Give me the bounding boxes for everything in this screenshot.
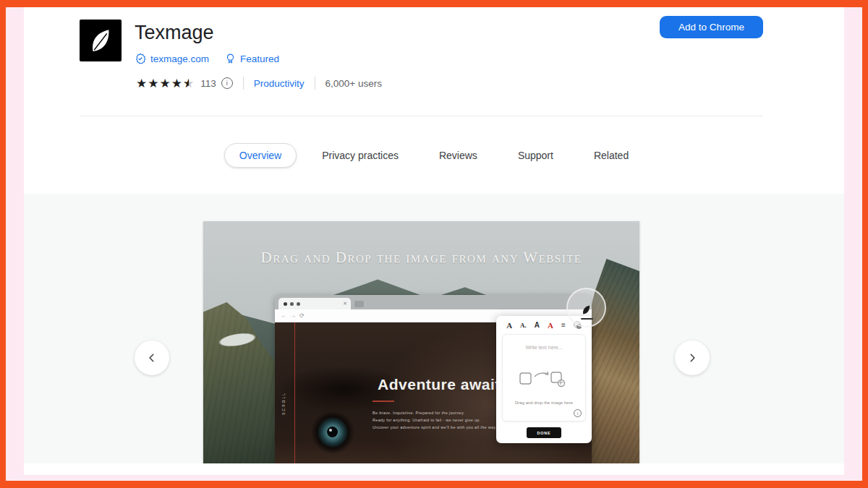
new-tab-button [354, 301, 364, 307]
drag-drop-diagram-icon [518, 368, 570, 388]
carousel-next-button[interactable] [675, 341, 710, 375]
leaf-icon [85, 25, 116, 56]
tab-overview[interactable]: Overview [224, 143, 297, 168]
done-button[interactable]: DONE [527, 427, 561, 438]
star-icon: ★ [160, 77, 171, 90]
site-tagline: Be brave. Inquisitive. Prepared for the … [373, 409, 497, 431]
featured-label: Featured [240, 53, 279, 64]
users-count: 6,000+ users [326, 78, 382, 89]
star-half-icon: ★★ [183, 77, 195, 90]
star-icon: ★ [136, 77, 148, 90]
extension-logo [80, 20, 122, 61]
add-to-chrome-button[interactable]: Add to Chrome [660, 16, 763, 38]
back-icon: ← [281, 312, 286, 319]
divider-bar [315, 77, 315, 90]
tab-related[interactable]: Related [579, 143, 644, 168]
star-rating: ★ ★ ★ ★ ★★ [136, 77, 195, 90]
website-link[interactable]: texmage.com [135, 53, 209, 64]
featured-ribbon-icon [225, 53, 236, 64]
verified-badge-icon [135, 53, 146, 64]
extension-icon-highlight [566, 288, 606, 328]
slide-caption: Drag and Drop the image from any Website [203, 249, 639, 267]
right-rocks [589, 259, 639, 463]
heading-underline [373, 401, 394, 402]
reload-icon: ⟳ [299, 312, 305, 319]
pink-backdrop: Texmage texmage.com Featured ★ ★ [6, 7, 862, 481]
browser-titlebar: ✕ [275, 295, 592, 309]
font-family-button[interactable]: A [535, 321, 540, 329]
text-input-placeholder[interactable]: Write text here... [503, 345, 585, 350]
traffic-light-dots [284, 302, 300, 306]
chevron-left-icon [147, 353, 157, 363]
website-label: texmage.com [150, 53, 209, 64]
divider-bar [243, 77, 244, 90]
star-icon: ★ [171, 77, 183, 90]
rating-info-icon[interactable]: i [221, 77, 233, 89]
browser-tab: ✕ [278, 298, 351, 309]
header-divider [80, 116, 763, 116]
drop-zone-card[interactable]: Write text here... Drag and drop the ima… [502, 334, 586, 421]
carousel-slide[interactable]: Drag and Drop the image from any Website… [203, 221, 639, 463]
chevron-right-icon [687, 353, 697, 363]
browser-mockup: ✕ ← → ⟳ SCROLL Adventure await [275, 295, 592, 463]
carousel-prev-button[interactable] [135, 341, 169, 375]
overview-section: Drag and Drop the image from any Website… [24, 194, 844, 469]
popup-info-icon[interactable]: i [574, 409, 582, 417]
leaf-extension-icon [580, 304, 592, 316]
drop-hint: Drag and drop the image here [503, 401, 585, 405]
page-title: Texmage [135, 22, 214, 44]
tab-privacy-practices[interactable]: Privacy practices [307, 143, 414, 168]
eye-glint [329, 429, 332, 432]
star-icon: ★ [148, 77, 159, 90]
font-style-button[interactable]: A [506, 321, 512, 330]
font-size-button[interactable]: A. [520, 322, 527, 329]
tab-support[interactable]: Support [503, 143, 569, 168]
font-color-button[interactable]: A [548, 321, 553, 330]
featured-badge[interactable]: Featured [225, 53, 279, 64]
accent-line [294, 322, 295, 463]
scroll-label: SCROLL [281, 392, 286, 415]
extension-popup: A A. A A ≡ Write text here... [496, 316, 592, 443]
review-count: 113 [200, 78, 216, 89]
tab-bar: Overview Privacy practices Reviews Suppo… [24, 143, 844, 168]
tab-close-icon: ✕ [343, 301, 347, 307]
eye-pupil [327, 427, 338, 437]
forward-icon: → [290, 312, 296, 319]
tab-reviews[interactable]: Reviews [424, 143, 493, 168]
webstore-page: Texmage texmage.com Featured ★ ★ [24, 7, 844, 475]
align-icon[interactable]: ≡ [561, 321, 566, 329]
category-link[interactable]: Productivity [254, 78, 305, 89]
next-section-strip [24, 463, 844, 469]
